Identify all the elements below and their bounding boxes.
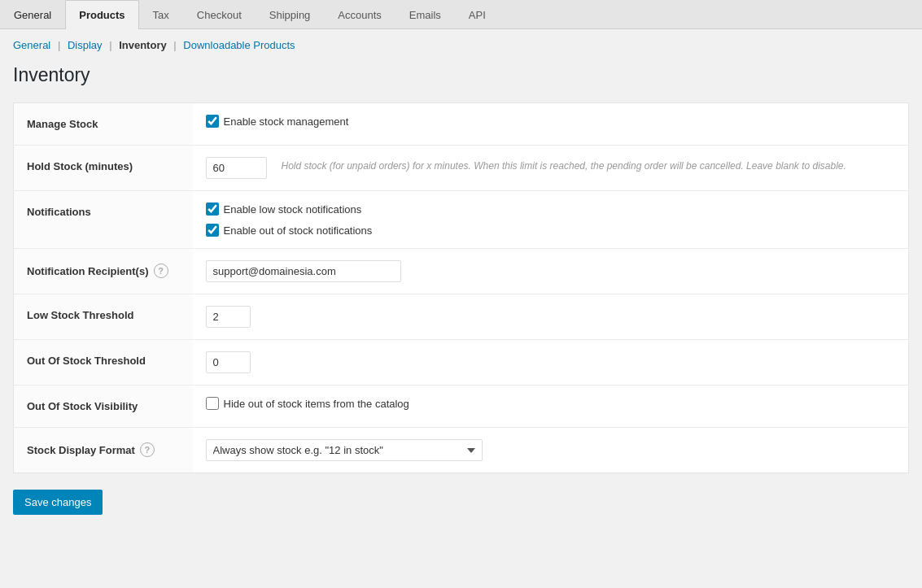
- out-of-stock-notification-text: Enable out of stock notifications: [224, 224, 373, 237]
- content-area: Inventory Manage Stock Enable stock mana…: [0, 58, 922, 539]
- out-of-stock-visibility-label: Out Of Stock Visibility: [14, 385, 193, 428]
- notifications-row: Notifications Enable low stock notificat…: [14, 191, 909, 249]
- manage-stock-checkbox-label[interactable]: Enable stock management: [206, 115, 896, 128]
- tabs-bar: General Products Tax Checkout Shipping A…: [0, 0, 922, 29]
- stock-display-format-label-wrapper: Stock Display Format ?: [27, 442, 180, 457]
- breadcrumb-downloadable-link[interactable]: Downloadable Products: [183, 39, 295, 51]
- manage-stock-label: Manage Stock: [14, 103, 193, 146]
- low-stock-notification-checkbox[interactable]: [206, 203, 219, 216]
- out-of-stock-threshold-label: Out Of Stock Threshold: [14, 340, 193, 385]
- out-of-stock-visibility-text: Hide out of stock items from the catalog: [224, 398, 409, 410]
- low-stock-threshold-row: Low Stock Threshold: [14, 294, 909, 340]
- tab-emails[interactable]: Emails: [395, 0, 455, 29]
- out-of-stock-threshold-input[interactable]: [206, 351, 251, 373]
- settings-table: Manage Stock Enable stock management Hol…: [13, 102, 909, 473]
- out-of-stock-visibility-cell: Hide out of stock items from the catalog: [193, 385, 909, 428]
- notification-recipient-label-wrapper: Notification Recipient(s) ?: [27, 264, 180, 278]
- notification-recipient-input[interactable]: [206, 260, 401, 282]
- hold-stock-label: Hold Stock (minutes): [14, 146, 193, 191]
- low-stock-threshold-label: Low Stock Threshold: [14, 294, 193, 340]
- notifications-cell: Enable low stock notifications Enable ou…: [193, 191, 909, 249]
- out-of-stock-visibility-row: Out Of Stock Visibility Hide out of stoc…: [14, 385, 909, 428]
- breadcrumb-current: Inventory: [119, 39, 167, 51]
- breadcrumb: General | Display | Inventory | Download…: [0, 29, 922, 58]
- tab-products[interactable]: Products: [65, 0, 138, 29]
- breadcrumb-sep-2: |: [109, 39, 111, 51]
- notification-recipient-cell: [193, 249, 909, 294]
- low-stock-threshold-input[interactable]: [206, 306, 251, 328]
- breadcrumb-sep-3: |: [173, 39, 176, 51]
- notifications-options: Enable low stock notifications Enable ou…: [206, 203, 896, 237]
- stock-display-format-help-icon[interactable]: ?: [140, 442, 155, 457]
- manage-stock-cell: Enable stock management: [193, 103, 909, 146]
- notification-recipient-label-cell: Notification Recipient(s) ?: [14, 249, 193, 294]
- stock-display-format-cell: Always show stock e.g. "12 in stock" Onl…: [193, 428, 909, 473]
- stock-display-format-select[interactable]: Always show stock e.g. "12 in stock" Onl…: [206, 439, 483, 461]
- low-stock-notification-text: Enable low stock notifications: [224, 203, 362, 216]
- out-of-stock-notification-label[interactable]: Enable out of stock notifications: [206, 224, 896, 237]
- notification-recipient-row: Notification Recipient(s) ?: [14, 249, 909, 294]
- tab-general[interactable]: General: [0, 0, 65, 29]
- tab-checkout[interactable]: Checkout: [183, 0, 256, 29]
- manage-stock-row: Manage Stock Enable stock management: [14, 103, 909, 146]
- save-section: Save changes: [13, 473, 909, 523]
- hold-stock-description: Hold stock (for unpaid orders) for x min…: [282, 159, 846, 173]
- page-title: Inventory: [13, 64, 909, 86]
- manage-stock-checkbox-text: Enable stock management: [224, 115, 349, 128]
- breadcrumb-display-link[interactable]: Display: [68, 39, 103, 51]
- out-of-stock-visibility-checkbox[interactable]: [206, 397, 219, 410]
- tab-tax[interactable]: Tax: [139, 0, 183, 29]
- hold-stock-wrapper: Hold stock (for unpaid orders) for x min…: [206, 157, 896, 179]
- notification-recipient-label: Notification Recipient(s): [27, 265, 149, 277]
- tab-shipping[interactable]: Shipping: [256, 0, 325, 29]
- breadcrumb-general-link[interactable]: General: [13, 39, 50, 51]
- out-of-stock-threshold-cell: [193, 340, 909, 385]
- breadcrumb-sep-1: |: [58, 39, 60, 51]
- tab-api[interactable]: API: [455, 0, 500, 29]
- low-stock-threshold-cell: [193, 294, 909, 340]
- page-wrapper: General Products Tax Checkout Shipping A…: [0, 0, 922, 588]
- out-of-stock-visibility-checkbox-label[interactable]: Hide out of stock items from the catalog: [206, 397, 896, 410]
- tab-accounts[interactable]: Accounts: [324, 0, 395, 29]
- hold-stock-row: Hold Stock (minutes) Hold stock (for unp…: [14, 146, 909, 191]
- stock-display-format-row: Stock Display Format ? Always show stock…: [14, 428, 909, 473]
- save-button[interactable]: Save changes: [13, 490, 103, 515]
- stock-display-format-label-cell: Stock Display Format ?: [14, 428, 193, 473]
- out-of-stock-notification-checkbox[interactable]: [206, 224, 219, 237]
- hold-stock-cell: Hold stock (for unpaid orders) for x min…: [193, 146, 909, 191]
- notification-recipient-help-icon[interactable]: ?: [154, 264, 168, 278]
- notifications-label: Notifications: [14, 191, 193, 249]
- low-stock-notification-label[interactable]: Enable low stock notifications: [206, 203, 896, 216]
- stock-display-format-label: Stock Display Format: [27, 444, 135, 456]
- hold-stock-input[interactable]: [206, 157, 267, 179]
- manage-stock-checkbox[interactable]: [206, 115, 219, 128]
- out-of-stock-threshold-row: Out Of Stock Threshold: [14, 340, 909, 385]
